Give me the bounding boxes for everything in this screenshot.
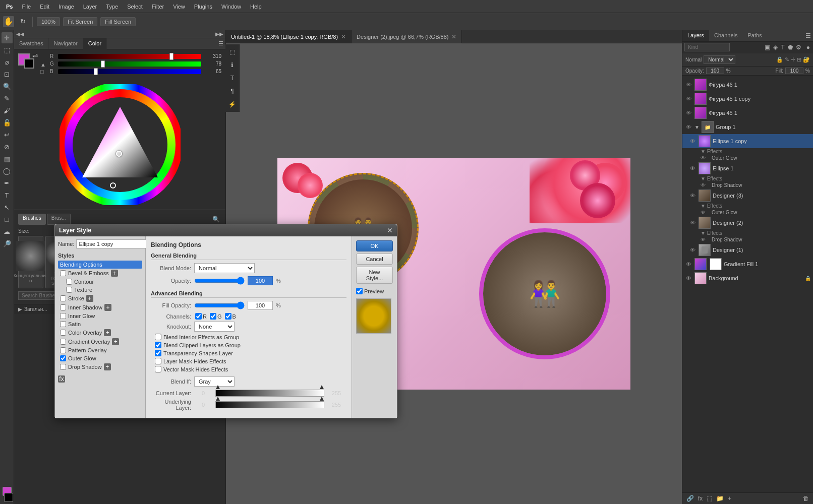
effects-label-ellipse1[interactable]: ▼ Effects [701, 176, 722, 181]
triangle-color-icon[interactable]: ▲ [40, 61, 46, 68]
visibility-ellipse1copy[interactable]: 👁 [688, 138, 696, 144]
style-item-drop-shadow[interactable]: Drop Shadow + [58, 362, 142, 371]
bevel-checkbox[interactable] [60, 270, 66, 276]
color-wheel[interactable] [60, 84, 181, 205]
menu-help[interactable]: Help [246, 3, 266, 11]
brushes-tab-alt[interactable]: Brus... [47, 214, 71, 225]
tab-color[interactable]: Color [83, 38, 107, 49]
rotate-canvas-icon[interactable]: ⬚ [227, 46, 238, 57]
visibility-designer1[interactable]: 👁 [688, 247, 696, 253]
channel-r-checkbox[interactable] [195, 313, 202, 320]
lock-all-icon[interactable]: 🔐 [803, 56, 810, 63]
style-item-color-overlay[interactable]: Color Overlay + [58, 328, 142, 337]
panel-expand-right[interactable]: ▶▶ [215, 31, 223, 37]
doc-tab-untitled[interactable]: Untitled-1 @ 18,8% (Ellipse 1 copy, RGB/… [226, 30, 352, 43]
doc-tab-close-1[interactable]: ✕ [451, 33, 456, 40]
square-color-icon[interactable]: □ [40, 69, 46, 75]
style-item-contour[interactable]: Contour [58, 278, 142, 286]
add-mask-button[interactable]: ⬚ [706, 495, 713, 502]
spot-heal-tool[interactable]: ✎ [2, 93, 13, 104]
effects-label-ellipse1copy[interactable]: ▼ Effects [701, 149, 722, 154]
opacity-input[interactable] [706, 68, 724, 74]
menu-layer[interactable]: Layer [79, 3, 101, 11]
dodge-tool[interactable]: ◯ [2, 165, 13, 176]
lock-image-icon[interactable]: ✎ [785, 56, 789, 63]
zoom-level[interactable]: 100% [37, 17, 60, 26]
group-expand-icon[interactable]: ▼ [694, 124, 700, 130]
fit-screen-button[interactable]: Fit Screen [63, 17, 97, 26]
clone-tool[interactable]: 🔓 [2, 117, 13, 128]
style-item-inner-glow[interactable]: Inner Glow [58, 312, 142, 320]
style-item-outer-glow[interactable]: Outer Glow [58, 354, 142, 362]
panel-collapse-left[interactable]: ◀◀ [16, 31, 24, 37]
layer-name-input[interactable] [76, 239, 147, 248]
visibility-figura45[interactable]: 👁 [684, 110, 692, 116]
layer-row-background[interactable]: 👁 Background 🔒 [682, 271, 813, 285]
drop-shadow-add-button[interactable]: + [104, 363, 111, 370]
panel-menu-icon[interactable]: ☰ [216, 38, 225, 49]
blend-transparency-checkbox[interactable] [155, 350, 161, 356]
eye-effect-icon-e1[interactable]: 👁 [701, 182, 706, 188]
new-group-button[interactable]: 📁 [715, 495, 725, 502]
zoom-tool[interactable]: 🔎 [2, 238, 13, 249]
layer-row-group1[interactable]: 👁 ▼ 📁 Group 1 [682, 120, 813, 134]
visibility-figura46[interactable]: 👁 [684, 82, 692, 88]
shape-tool[interactable]: □ [2, 214, 13, 225]
background-color-swatch[interactable] [24, 58, 34, 69]
visibility-designer3[interactable]: 👁 [688, 193, 696, 199]
fill-input[interactable] [785, 68, 803, 74]
menu-filter[interactable]: Filter [148, 3, 168, 11]
hand-tool2[interactable]: ☁ [2, 226, 13, 237]
style-item-gradient-overlay[interactable]: Gradient Overlay + [58, 337, 142, 346]
style-item-pattern-overlay[interactable]: Pattern Overlay [58, 346, 142, 354]
blend-mode-select[interactable]: Normal [704, 55, 735, 64]
pattern-overlay-checkbox[interactable] [60, 347, 66, 353]
lock-artboard-icon[interactable]: ⊞ [797, 56, 801, 63]
add-style-button[interactable]: fx [697, 495, 704, 502]
gradient-overlay-add-button[interactable]: + [112, 338, 119, 345]
menu-plugins[interactable]: Plugins [190, 3, 216, 11]
visibility-gradient1[interactable]: 👁 [684, 261, 692, 267]
rotate-tool[interactable]: ↻ [17, 16, 28, 27]
add-style-from-list[interactable]: fx [58, 375, 65, 383]
g-value[interactable]: 78 [203, 61, 221, 67]
channel-g-checkbox[interactable] [210, 313, 216, 320]
layer-search-input[interactable] [684, 43, 730, 51]
drop-shadow-checkbox[interactable] [60, 364, 66, 370]
style-item-texture[interactable]: Texture [58, 286, 142, 294]
new-style-button[interactable]: New Style... [356, 267, 393, 284]
filter-pixel-icon[interactable]: ▣ [764, 44, 771, 51]
swap-colors[interactable]: ⇌ [32, 51, 38, 59]
layer-row-gradient1[interactable]: 👁 Gradient Fill 1 [682, 257, 813, 271]
dialog-close-button[interactable]: ✕ [387, 226, 393, 234]
eyedropper-tool[interactable]: 🔍 [2, 81, 13, 92]
blend-layer-mask-checkbox[interactable] [155, 358, 161, 364]
layer-row-designer1[interactable]: 👁 Designer (1) [682, 243, 813, 257]
filter-smart-icon[interactable]: ⚙ [795, 44, 802, 51]
visibility-ellipse1[interactable]: 👁 [688, 165, 696, 171]
eye-effect-icon-d3[interactable]: 👁 [701, 210, 706, 215]
brushes-search-icon[interactable]: 🔍 [210, 214, 221, 225]
texture-checkbox[interactable] [66, 287, 72, 293]
link-layers-button[interactable]: 🔗 [685, 495, 695, 502]
menu-edit[interactable]: Edit [36, 3, 53, 11]
style-item-inner-shadow[interactable]: Inner Shadow + [58, 303, 142, 312]
layer-row-figura45copy[interactable]: 👁 Фігура 45 1 copy [682, 92, 813, 106]
inner-shadow-add-button[interactable]: + [104, 304, 111, 311]
tab-navigator[interactable]: Navigator [49, 38, 83, 49]
channel-b-checkbox[interactable] [225, 313, 231, 320]
crop-tool[interactable]: ⊡ [2, 69, 13, 80]
layer-row-ellipse1[interactable]: 👁 Ellipse 1 [682, 161, 813, 175]
menu-window[interactable]: Window [217, 3, 245, 11]
ok-button[interactable]: OK [356, 240, 393, 251]
b-value[interactable]: 65 [203, 69, 221, 74]
blend-vector-mask-checkbox[interactable] [155, 366, 161, 372]
gradient-overlay-checkbox[interactable] [60, 339, 66, 345]
app-menu-ps[interactable]: Ps [2, 3, 17, 11]
lock-position-icon[interactable]: ✛ [791, 56, 795, 63]
layer-row-figura45[interactable]: 👁 Фігура 45 1 [682, 106, 813, 120]
doc-tab-close-0[interactable]: ✕ [341, 33, 346, 40]
new-layer-button[interactable]: + [727, 495, 732, 502]
layer-row-designer2[interactable]: 👁 Designer (2) [682, 216, 813, 230]
blend-clipped-checkbox[interactable] [155, 342, 161, 348]
